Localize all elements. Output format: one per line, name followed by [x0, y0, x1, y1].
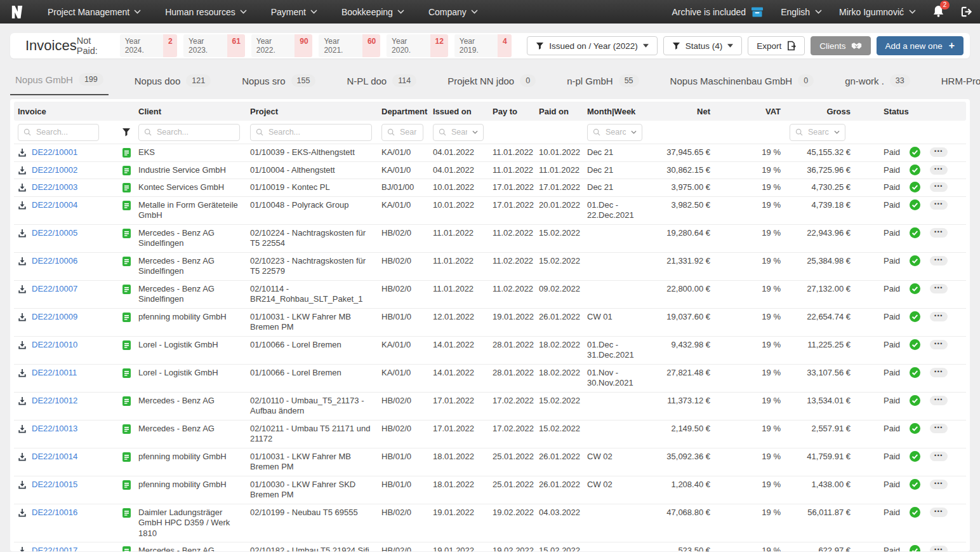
column-header-pay-to[interactable]: Pay to [493, 107, 539, 116]
client-search-input[interactable] [156, 127, 234, 137]
download-invoice-button[interactable] [18, 183, 27, 192]
invoice-link[interactable]: DE22/10005 [32, 228, 77, 239]
invoice-link[interactable]: DE22/10004 [32, 200, 77, 211]
row-actions-menu-button[interactable]: ••• [930, 256, 948, 266]
bookkeeping-receipt-badge[interactable] [114, 337, 138, 350]
bookkeeping-receipt-badge[interactable] [114, 365, 138, 378]
invoice-link[interactable]: DE22/10013 [32, 424, 77, 434]
nav-menu-human-resources[interactable]: Human resources [153, 7, 259, 17]
bookkeeping-receipt-badge[interactable] [114, 162, 138, 175]
download-invoice-button[interactable] [18, 452, 27, 461]
bookkeeping-receipt-badge[interactable] [114, 448, 138, 462]
status-filter-button[interactable]: Status (4) [663, 36, 743, 55]
bookkeeping-receipt-badge[interactable] [114, 197, 138, 210]
invoice-link[interactable]: DE22/10002 [32, 165, 77, 176]
not-paid-badge[interactable]: Year 2024. 2 [120, 34, 177, 57]
bookkeeping-receipt-badge[interactable] [114, 421, 138, 434]
tab-nopus-doo[interactable]: Nopus doo 121 [129, 68, 216, 95]
issued-year-filter-button[interactable]: Issued on / Year (2022) [527, 36, 658, 55]
nav-menu-project-management[interactable]: Project Management [36, 7, 153, 17]
tab-nopus-maschinenbau-gmbh[interactable]: Nopus Maschinenbau GmbH 0 [665, 68, 819, 95]
column-header-net[interactable]: Net [645, 107, 712, 116]
bookkeeping-receipt-badge[interactable] [114, 504, 138, 518]
download-invoice-button[interactable] [18, 546, 27, 551]
notifications-button[interactable]: 2 [933, 5, 944, 19]
download-invoice-button[interactable] [18, 480, 27, 489]
not-paid-badge[interactable]: Year 2022. 90 [251, 34, 313, 57]
gross-search[interactable] [790, 124, 845, 141]
tab-nopus-sro[interactable]: Nopus sro 155 [237, 68, 321, 95]
bookkeeping-receipt-badge[interactable] [114, 179, 138, 192]
month-week-search-input[interactable] [604, 127, 627, 137]
invoice-link[interactable]: DE22/10006 [32, 256, 77, 267]
nav-menu-company[interactable]: Company [416, 7, 490, 17]
add-new-invoice-button[interactable]: Add a new one + [877, 36, 963, 55]
row-actions-menu-button[interactable]: ••• [930, 182, 948, 192]
row-actions-menu-button[interactable]: ••• [930, 508, 948, 517]
column-header-issued-on[interactable]: Issued on [433, 107, 493, 116]
bookkeeping-receipt-badge[interactable] [114, 144, 138, 158]
invoice-link[interactable]: DE22/10015 [32, 480, 77, 490]
column-header-client[interactable]: Client [138, 107, 250, 116]
department-search[interactable] [381, 124, 423, 141]
download-invoice-button[interactable] [18, 396, 27, 405]
column-header-project[interactable]: Project [250, 107, 381, 116]
tab-hrm-projekt-doo[interactable]: HRM-Projekt doo 0 [936, 68, 980, 95]
invoice-link[interactable]: DE22/10014 [32, 452, 77, 462]
chevron-down-icon[interactable] [472, 130, 478, 134]
issued-on-search[interactable] [433, 124, 484, 141]
project-search[interactable] [250, 124, 372, 141]
download-invoice-button[interactable] [18, 508, 27, 517]
row-actions-menu-button[interactable]: ••• [930, 340, 948, 349]
month-week-search[interactable] [587, 124, 642, 141]
row-actions-menu-button[interactable]: ••• [930, 368, 948, 377]
invoice-link[interactable]: DE22/10010 [32, 340, 77, 351]
download-invoice-button[interactable] [18, 368, 27, 377]
invoice-link[interactable]: DE22/10007 [32, 284, 77, 295]
download-invoice-button[interactable] [18, 285, 27, 293]
row-actions-menu-button[interactable]: ••• [930, 396, 948, 405]
chevron-down-icon[interactable] [631, 130, 637, 134]
column-header-department[interactable]: Department [381, 107, 433, 116]
invoice-link[interactable]: DE22/10017 [32, 546, 77, 551]
logout-button[interactable] [961, 6, 972, 17]
bookkeeping-receipt-badge[interactable] [114, 393, 138, 406]
project-search-input[interactable] [267, 127, 366, 137]
column-header-vat[interactable]: VAT [712, 107, 782, 116]
download-invoice-button[interactable] [18, 148, 27, 157]
invoice-link[interactable]: DE22/10009 [32, 312, 77, 323]
row-actions-menu-button[interactable]: ••• [930, 200, 948, 210]
row-actions-menu-button[interactable]: ••• [930, 480, 948, 489]
gross-search-input[interactable] [807, 127, 830, 137]
bookkeeping-receipt-badge[interactable] [114, 476, 138, 490]
download-invoice-button[interactable] [18, 257, 27, 266]
issued-on-search-input[interactable] [450, 127, 468, 137]
not-paid-badge[interactable]: Year 2023. 61 [183, 34, 245, 57]
bookkeeping-receipt-badge[interactable] [114, 281, 138, 294]
bookkeeping-receipt-badge[interactable] [114, 309, 138, 322]
row-actions-menu-button[interactable]: ••• [930, 452, 948, 461]
invoice-link[interactable]: DE22/10016 [32, 508, 77, 518]
column-header-invoice[interactable]: Invoice [14, 107, 114, 116]
download-invoice-button[interactable] [18, 166, 27, 175]
bookkeeping-receipt-badge[interactable] [114, 542, 138, 551]
export-button[interactable]: Export [748, 36, 805, 55]
app-logo[interactable] [8, 3, 27, 22]
column-header-gross[interactable]: Gross [782, 107, 852, 116]
chevron-down-icon[interactable] [834, 130, 840, 134]
invoice-search[interactable] [18, 124, 99, 141]
download-invoice-button[interactable] [18, 313, 27, 321]
nav-menu-bookkeeping[interactable]: Bookkeeping [329, 7, 416, 17]
row-actions-menu-button[interactable]: ••• [930, 312, 948, 321]
row-actions-menu-button[interactable]: ••• [930, 228, 948, 238]
tab-projekt-nn-jdoo[interactable]: Projekt NN jdoo 0 [442, 68, 541, 95]
invoice-search-input[interactable] [35, 127, 93, 137]
tab-n-pl-doo[interactable]: N-PL doo 114 [341, 68, 421, 95]
invoice-link[interactable]: DE22/10001 [32, 147, 77, 158]
invoice-link[interactable]: DE22/10003 [32, 182, 77, 193]
download-invoice-button[interactable] [18, 340, 27, 349]
invoice-filter-funnel[interactable] [114, 128, 138, 137]
row-actions-menu-button[interactable]: ••• [930, 546, 948, 551]
not-paid-badge[interactable]: Year 2019. 4 [454, 34, 512, 57]
column-header-paid-on[interactable]: Paid on [539, 107, 587, 116]
